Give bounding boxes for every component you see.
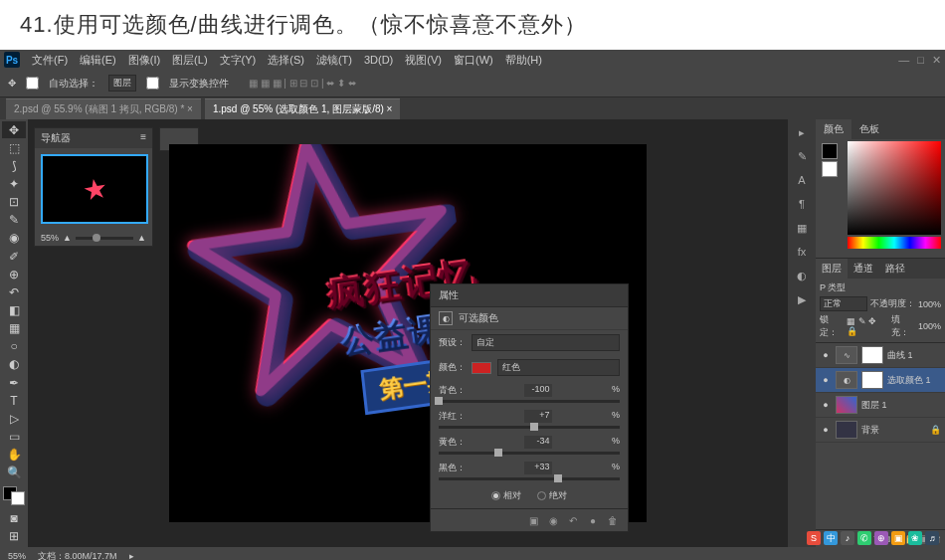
trash-icon[interactable]: 🗑 <box>606 513 620 527</box>
tray-icon[interactable]: ❀ <box>908 531 922 545</box>
doc-tab-2[interactable]: 1.psd @ 55% (选取颜色 1, 图层蒙版/8) × <box>205 98 401 119</box>
screenmode-tool[interactable]: ⊞ <box>2 528 26 545</box>
dodge-tool[interactable]: ◐ <box>2 356 26 373</box>
color-dropdown[interactable]: 红色 <box>497 359 620 376</box>
layer-row[interactable]: ●◐选取颜色 1 <box>816 368 945 393</box>
minimize-icon[interactable]: — <box>898 54 909 67</box>
visibility-icon[interactable]: ● <box>820 375 832 385</box>
move-tool-icon[interactable]: ✥ <box>8 78 16 89</box>
menu-image[interactable]: 图像(I) <box>128 53 160 68</box>
radio-absolute[interactable]: 绝对 <box>537 489 567 502</box>
slider-青色：[interactable]: 青色：-100% <box>431 380 628 406</box>
styles-icon[interactable]: fx <box>793 243 811 261</box>
zoom-in-icon[interactable]: ▲ <box>137 233 146 243</box>
eyedropper-tool[interactable]: ✎ <box>2 212 26 229</box>
type-tool[interactable]: T <box>2 392 26 409</box>
heal-tool[interactable]: ◉ <box>2 230 26 247</box>
layer-row[interactable]: ●图层 1 <box>816 393 945 418</box>
clip-icon[interactable]: ▣ <box>526 513 540 527</box>
close-icon[interactable]: ✕ <box>932 54 941 67</box>
blend-mode-dropdown[interactable]: 正常 <box>820 296 867 311</box>
visibility-icon[interactable]: ● <box>820 400 832 410</box>
doc-tab-1[interactable]: 2.psd @ 55.9% (稿图 1 拷贝, RGB/8) * × <box>6 98 201 119</box>
history-icon[interactable]: ▸ <box>793 123 811 141</box>
nav-zoom-slider[interactable] <box>76 237 133 240</box>
bg-color[interactable] <box>822 161 838 177</box>
char-icon[interactable]: A <box>793 171 811 189</box>
status-zoom[interactable]: 55% <box>8 551 26 560</box>
canvas[interactable]: 导航器≡ ★ 55% ▲ ▲ <box>28 119 788 547</box>
menu-file[interactable]: 文件(F) <box>32 53 68 68</box>
marquee-tool[interactable]: ⬚ <box>2 139 26 156</box>
fill-value[interactable]: 100% <box>918 321 941 331</box>
lasso-tool[interactable]: ⟆ <box>2 157 26 174</box>
tray-icon[interactable]: ♪ <box>841 531 854 545</box>
tray-icon[interactable]: ▣ <box>891 531 905 545</box>
tray-icon[interactable]: S <box>807 531 821 545</box>
menu-3d[interactable]: 3D(D) <box>364 54 393 66</box>
slider-黄色：[interactable]: 黄色：-34% <box>431 432 628 458</box>
tray-icon[interactable]: ✆ <box>857 531 871 545</box>
color-swatches[interactable] <box>3 486 25 505</box>
status-arrow-icon[interactable]: ▸ <box>129 551 134 560</box>
menu-type[interactable]: 文字(Y) <box>220 53 257 68</box>
swatches-icon[interactable]: ▦ <box>793 219 811 237</box>
slider-洋红：[interactable]: 洋红：+7% <box>431 406 628 432</box>
wand-tool[interactable]: ✦ <box>2 175 26 192</box>
ps-logo[interactable]: Ps <box>4 52 20 68</box>
auto-select-dropdown[interactable]: 图层 <box>108 75 136 92</box>
preset-dropdown[interactable]: 自定 <box>472 334 620 351</box>
swatches-tab[interactable]: 色板 <box>851 119 887 139</box>
view-icon[interactable]: ◉ <box>546 513 560 527</box>
menu-layer[interactable]: 图层(L) <box>172 53 207 68</box>
close-tab-icon[interactable]: × <box>187 103 193 114</box>
history-brush-tool[interactable]: ↶ <box>2 283 26 300</box>
stamp-tool[interactable]: ⊕ <box>2 266 26 282</box>
reset-icon[interactable]: ↶ <box>566 513 580 527</box>
actions-icon[interactable]: ▶ <box>793 290 811 308</box>
visibility-icon[interactable]: ● <box>586 513 600 527</box>
color-tab[interactable]: 颜色 <box>816 119 851 139</box>
move-tool[interactable]: ✥ <box>2 121 26 138</box>
menu-view[interactable]: 视图(V) <box>405 53 442 68</box>
layer-row[interactable]: ●∿曲线 1 <box>816 343 945 368</box>
show-transform-check[interactable] <box>146 77 159 90</box>
radio-relative[interactable]: 相对 <box>491 489 521 502</box>
brush-tool[interactable]: ✐ <box>2 248 26 265</box>
lock-icons[interactable]: ▦ ✎ ✥ 🔒 <box>847 316 885 336</box>
menu-filter[interactable]: 滤镜(T) <box>316 53 352 68</box>
opacity-value[interactable]: 100% <box>918 299 941 309</box>
fg-color[interactable] <box>822 143 838 159</box>
close-tab-icon[interactable]: × <box>387 103 393 114</box>
menu-window[interactable]: 窗口(W) <box>454 53 493 68</box>
adjust-icon[interactable]: ◐ <box>793 267 811 284</box>
layers-tab[interactable]: 图层 <box>816 259 848 279</box>
tray-icon[interactable]: ⊕ <box>874 531 888 545</box>
quickmask-tool[interactable]: ◙ <box>2 510 26 527</box>
auto-select-check[interactable] <box>26 77 39 90</box>
panel-menu-icon[interactable]: ≡ <box>140 131 146 145</box>
navigator-thumb[interactable]: ★ <box>41 154 148 224</box>
nav-zoom-value[interactable]: 55% <box>41 233 59 243</box>
menu-select[interactable]: 选择(S) <box>268 53 304 68</box>
pen-tool[interactable]: ✒ <box>2 374 26 391</box>
menu-help[interactable]: 帮助(H) <box>505 53 542 68</box>
shape-tool[interactable]: ▭ <box>2 428 26 445</box>
kind-filter[interactable]: P 类型 <box>820 281 846 294</box>
visibility-icon[interactable]: ● <box>820 350 832 360</box>
hue-strip[interactable] <box>848 237 941 249</box>
tray-icon[interactable]: 中 <box>824 531 838 545</box>
brush-presets-icon[interactable]: ✎ <box>793 147 811 165</box>
layer-row[interactable]: ●背景🔒 <box>816 418 945 443</box>
zoom-out-icon[interactable]: ▲ <box>63 233 72 243</box>
eraser-tool[interactable]: ◧ <box>2 301 26 318</box>
menu-edit[interactable]: 编辑(E) <box>80 53 116 68</box>
maximize-icon[interactable]: □ <box>917 54 924 67</box>
zoom-tool[interactable]: 🔍 <box>2 465 26 481</box>
blur-tool[interactable]: ○ <box>2 338 26 355</box>
visibility-icon[interactable]: ● <box>820 425 832 435</box>
path-tool[interactable]: ▷ <box>2 410 26 427</box>
color-field[interactable] <box>848 141 941 235</box>
crop-tool[interactable]: ⊡ <box>2 194 26 211</box>
slider-黑色：[interactable]: 黑色：+33% <box>431 458 628 483</box>
